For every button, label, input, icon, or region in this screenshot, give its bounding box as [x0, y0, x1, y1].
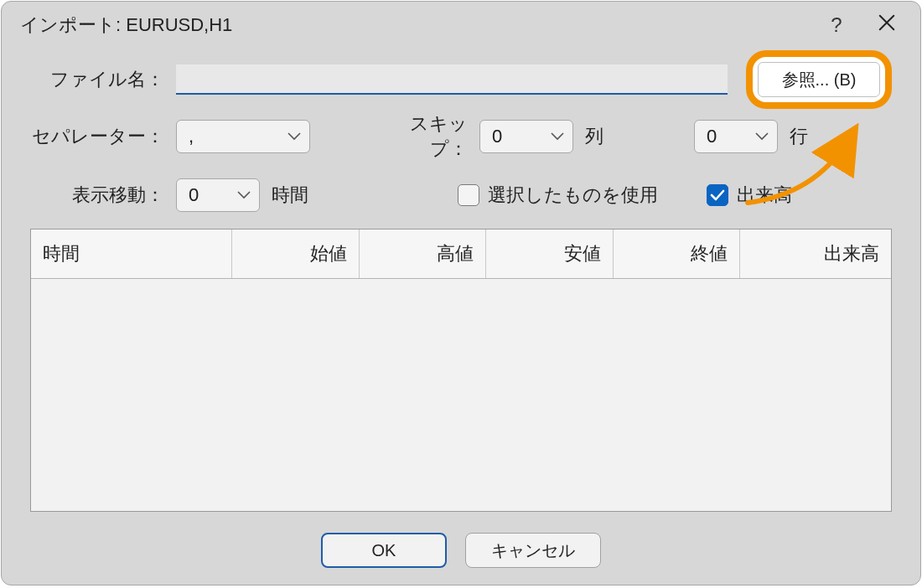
close-button[interactable] [862, 6, 912, 44]
table-header: 時間 始値 高値 安値 終値 出来高 [31, 230, 891, 279]
checkbox-box-icon [458, 184, 479, 206]
filename-input[interactable] [176, 64, 728, 95]
th-high[interactable]: 高値 [360, 230, 487, 278]
skip-rows-select[interactable]: 0 [694, 120, 778, 153]
row-separator: セパレーター： , スキップ： 0 列 0 [30, 111, 892, 162]
use-selected-label: 選択したものを使用 [488, 183, 658, 208]
separator-select[interactable]: , [176, 120, 310, 153]
import-dialog: インポート: EURUSD,H1 ? ファイル名： 参照... (B) セパレー… [1, 1, 921, 585]
close-icon [878, 13, 896, 37]
unit-col: 列 [585, 124, 603, 149]
row-filename: ファイル名： 参照... (B) [30, 64, 892, 95]
label-filename: ファイル名： [30, 67, 164, 92]
chevron-down-icon [287, 132, 301, 141]
ok-button[interactable]: OK [321, 533, 447, 568]
row-shift: 表示移動： 0 時間 選択したものを使用 出来高 [30, 178, 892, 212]
dialog-title: インポート: EURUSD,H1 [20, 13, 811, 38]
volume-label: 出来高 [737, 183, 792, 208]
shift-value: 0 [189, 184, 199, 206]
chevron-down-icon [755, 132, 769, 141]
browse-button-label: 参照... (B) [782, 69, 857, 91]
skip-cols-value: 0 [492, 126, 502, 147]
data-table: 時間 始値 高値 安値 終値 出来高 [30, 229, 892, 512]
unit-hour: 時間 [272, 183, 308, 208]
checkbox-checked-icon [707, 184, 728, 206]
cancel-button-label: キャンセル [491, 541, 575, 560]
volume-checkbox[interactable]: 出来高 [707, 183, 792, 208]
th-close[interactable]: 終値 [614, 230, 741, 278]
separator-value: , [189, 126, 194, 147]
th-time[interactable]: 時間 [31, 230, 232, 278]
help-icon: ? [831, 13, 842, 37]
cancel-button[interactable]: キャンセル [465, 533, 601, 568]
chevron-down-icon [551, 132, 564, 141]
help-button[interactable]: ? [811, 6, 862, 44]
label-shift: 表示移動： [30, 183, 164, 208]
titlebar: インポート: EURUSD,H1 ? [2, 2, 920, 48]
skip-rows-value: 0 [707, 126, 717, 147]
browse-button[interactable]: 参照... (B) [758, 62, 880, 97]
chevron-down-icon [237, 191, 251, 199]
browse-highlight: 参照... (B) [746, 50, 892, 109]
label-skip: スキップ： [384, 111, 468, 162]
dialog-footer: OK キャンセル [2, 533, 920, 568]
skip-cols-select[interactable]: 0 [479, 120, 573, 153]
th-low[interactable]: 安値 [486, 230, 614, 278]
use-selected-checkbox[interactable]: 選択したものを使用 [458, 183, 658, 208]
dialog-content: ファイル名： 参照... (B) セパレーター： , スキップ： 0 [2, 48, 920, 512]
unit-row: 行 [790, 124, 808, 149]
shift-select[interactable]: 0 [176, 178, 260, 212]
label-separator: セパレーター： [30, 124, 164, 149]
ok-button-label: OK [372, 541, 396, 560]
th-open[interactable]: 始値 [232, 230, 360, 278]
th-vol[interactable]: 出来高 [740, 230, 891, 278]
